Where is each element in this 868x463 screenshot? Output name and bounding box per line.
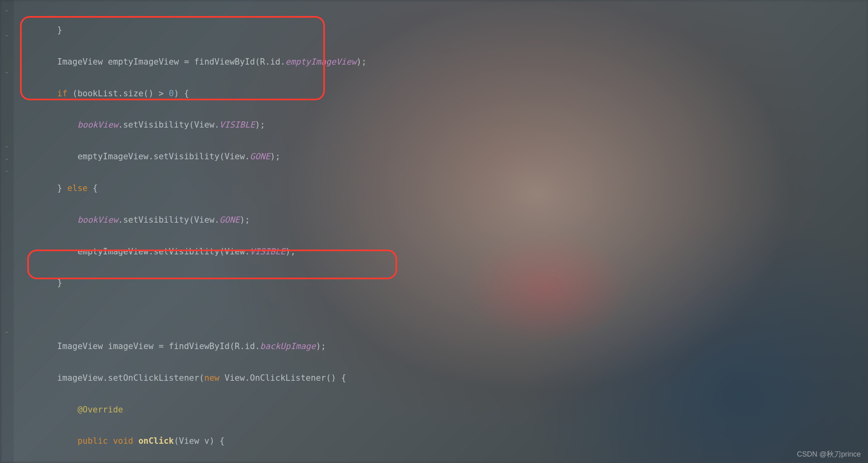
code-line: if (bookList.size() > 0) { bbox=[37, 87, 868, 100]
code-line: imageView.setOnClickListener(new View.On… bbox=[37, 372, 868, 384]
code-line: bookView.setVisibility(View.GONE); bbox=[37, 214, 868, 226]
code-editor[interactable]: } ImageView emptyImageView = findViewByI… bbox=[0, 0, 868, 463]
code-line: emptyImageView.setVisibility(View.VISIBL… bbox=[37, 246, 868, 258]
code-line: ImageView emptyImageView = findViewById(… bbox=[37, 56, 868, 68]
code-line: } bbox=[37, 24, 868, 37]
code-line: emptyImageView.setVisibility(View.GONE); bbox=[37, 150, 868, 163]
code-line: ImageView imageView = findViewById(R.id.… bbox=[37, 340, 868, 353]
code-line: } else { bbox=[37, 182, 868, 195]
code-line: @Override bbox=[37, 404, 868, 416]
watermark-text: CSDN @秋刀prince bbox=[797, 449, 861, 459]
code-line: public void onClick(View v) { bbox=[37, 435, 868, 447]
code-line: } bbox=[37, 277, 868, 289]
code-line bbox=[37, 309, 868, 321]
code-line: bookView.setVisibility(View.VISIBLE); bbox=[37, 119, 868, 131]
